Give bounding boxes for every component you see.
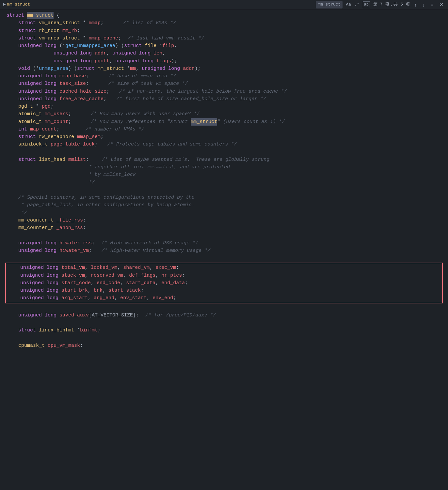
code-line: unsigned long (*get_unmapped_area) (stru… bbox=[0, 42, 448, 50]
breadcrumb-chevron: ▶ bbox=[3, 1, 6, 8]
code-line: pgd_t * pgd; bbox=[0, 103, 448, 110]
inline-highlight: mm_struct bbox=[191, 118, 217, 126]
code-line: unsigned long task_size;/* size of task … bbox=[0, 80, 448, 87]
code-line bbox=[0, 254, 448, 262]
code-line: unsigned long hiwater_vm;/* High-water v… bbox=[0, 247, 448, 254]
code-line bbox=[0, 304, 448, 312]
code-line: spinlock_t page_table_lock;/* Protects p… bbox=[0, 141, 448, 148]
keyword-struct: struct bbox=[7, 12, 24, 19]
code-line: * page_table_lock, in other configuratio… bbox=[0, 201, 448, 209]
code-line bbox=[0, 334, 448, 342]
code-line: struct rw_semaphore mmap_sem; bbox=[0, 133, 448, 141]
code-line bbox=[0, 148, 448, 156]
breadcrumb-left: ▶ mm_struct bbox=[3, 1, 30, 8]
code-line: mm_counter_t _anon_rss; bbox=[0, 224, 448, 232]
code-line: unsigned long pgoff, unsigned long flags… bbox=[0, 57, 448, 65]
search-regex-icon[interactable]: .* bbox=[354, 1, 360, 8]
code-line: void (*unmap_area) (struct mm_struct *mm… bbox=[0, 65, 448, 72]
search-icon-aa[interactable]: Aa bbox=[346, 1, 351, 8]
struct-name-highlight: mm_struct bbox=[27, 12, 54, 19]
code-line: struct linux_binfmt *binfmt; bbox=[0, 327, 448, 334]
code-line: cpumask_t cpu_vm_mask; bbox=[0, 342, 448, 349]
code-line bbox=[0, 232, 448, 239]
code-line: struct vm_area_struct * mmap;/* list of … bbox=[0, 19, 448, 27]
code-line bbox=[0, 186, 448, 194]
code-line: struct list_head mmlist;/* List of maybe… bbox=[0, 156, 448, 163]
code-line bbox=[0, 319, 448, 327]
code-line: unsigned long hiwater_rss;/* High-waterm… bbox=[0, 239, 448, 247]
search-word-icon[interactable]: ab bbox=[363, 1, 370, 8]
code-line: struct rb_root mm_rb; bbox=[0, 27, 448, 35]
prev-match-button[interactable]: ↑ bbox=[413, 2, 418, 8]
code-line: atomic_t mm_count;/* How many references… bbox=[0, 118, 448, 126]
code-line-highlighted: unsigned long arg_start, arg_end, env_st… bbox=[7, 294, 441, 302]
search-label: mm_struct bbox=[316, 1, 343, 8]
code-line-highlighted: unsigned long total_vm, locked_vm, share… bbox=[7, 264, 441, 271]
code-line: unsigned long mmap_base;/* base of mmap … bbox=[0, 72, 448, 80]
breadcrumb-bar: ▶ mm_struct mm_struct Aa .* ab 第 7 项，共 5… bbox=[0, 0, 448, 10]
next-match-button[interactable]: ↓ bbox=[421, 2, 426, 8]
code-line: unsigned long addr, unsigned long len, bbox=[0, 50, 448, 57]
menu-button[interactable]: ≡ bbox=[429, 2, 435, 8]
code-area: struct mm_struct { struct vm_area_struct… bbox=[0, 10, 448, 351]
code-line-highlighted: unsigned long stack_vm, reserved_vm, def… bbox=[7, 272, 441, 279]
code-line: * together off init_mm.mmlist, and are p… bbox=[0, 163, 448, 171]
code-line: struct mm_struct { bbox=[0, 12, 448, 19]
code-line: unsigned long saved_auxv[AT_VECTOR_SIZE]… bbox=[0, 312, 448, 319]
code-line: mm_counter_t _file_rss; bbox=[0, 217, 448, 224]
match-count: 第 7 项，共 5 项 bbox=[373, 1, 410, 8]
code-line: /* Special counters, in some configurati… bbox=[0, 194, 448, 201]
code-line: */ bbox=[0, 179, 448, 186]
code-line: */ bbox=[0, 209, 448, 217]
code-line: * by mmlist_lock bbox=[0, 171, 448, 178]
code-line: unsigned long cached_hole_size;/* if non… bbox=[0, 88, 448, 95]
close-search-button[interactable]: ✕ bbox=[438, 1, 445, 8]
search-toolbar: mm_struct Aa .* ab 第 7 项，共 5 项 ↑ ↓ ≡ ✕ bbox=[316, 1, 445, 8]
breadcrumb-struct-name: mm_struct bbox=[7, 1, 30, 8]
code-line-highlighted: unsigned long start_brk, brk, start_stac… bbox=[7, 287, 441, 294]
code-line: atomic_t mm_users;/* How many users with… bbox=[0, 110, 448, 118]
highlighted-block: unsigned long total_vm, locked_vm, share… bbox=[5, 263, 443, 303]
code-line-highlighted: unsigned long start_code, end_code, star… bbox=[7, 279, 441, 287]
code-line: int map_count;/* number of VMAs */ bbox=[0, 126, 448, 133]
code-line: unsigned long free_area_cache;/* first h… bbox=[0, 95, 448, 103]
code-line: struct vm_area_struct * mmap_cache;/* la… bbox=[0, 35, 448, 42]
